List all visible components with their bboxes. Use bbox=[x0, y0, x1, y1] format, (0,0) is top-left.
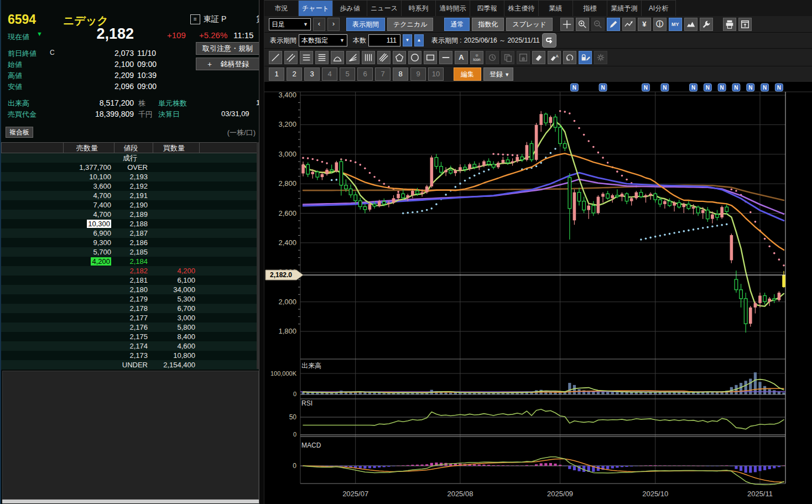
order-book-row[interactable]: 2,1786,700 bbox=[1, 304, 260, 313]
order-book-row[interactable]: 2,17310,800 bbox=[1, 351, 260, 360]
rectangle-icon[interactable] bbox=[424, 51, 437, 64]
chart-slot-1[interactable]: 1 bbox=[269, 67, 284, 81]
technical-button[interactable]: テクニカル bbox=[387, 18, 433, 31]
trend-line-icon[interactable] bbox=[269, 51, 282, 64]
chart-slot-2[interactable]: 2 bbox=[287, 67, 302, 81]
pentagon-icon[interactable] bbox=[393, 51, 406, 64]
order-book-row[interactable]: 2,1765,800 bbox=[1, 323, 260, 332]
chart-slot-4[interactable]: 4 bbox=[322, 67, 337, 81]
order-book-row[interactable]: 2,1795,300 bbox=[1, 294, 260, 304]
price-chart[interactable]: 1,8002,0002,2002,4002,6002,8003,0003,200… bbox=[264, 82, 812, 504]
stamp-icon[interactable]: ☺icon bbox=[470, 51, 483, 64]
tab-指標[interactable]: 指標 bbox=[573, 0, 607, 16]
tab-歩み値[interactable]: 歩み値 bbox=[333, 0, 367, 16]
spread-mode-button[interactable]: スプレッド bbox=[506, 18, 552, 31]
prev-button[interactable]: ‹ bbox=[313, 18, 325, 31]
order-book-row[interactable]: UNDER2,154,400 bbox=[1, 360, 260, 370]
drag-icon[interactable] bbox=[517, 51, 530, 64]
grid-lines-icon[interactable] bbox=[315, 51, 329, 64]
order-book-row[interactable]: 2,1824,200 bbox=[1, 266, 260, 276]
bar-count-input[interactable]: 111 bbox=[368, 34, 400, 46]
tab-市況[interactable]: 市況 bbox=[264, 0, 299, 16]
next-button[interactable]: › bbox=[327, 18, 340, 31]
order-book-row[interactable]: 2,1773,000 bbox=[1, 313, 260, 323]
tab-AI分析[interactable]: AI分析 bbox=[642, 0, 676, 16]
tab-業績[interactable]: 業績 bbox=[539, 0, 573, 16]
count-decrement-button[interactable]: ▼ bbox=[403, 34, 412, 46]
info-icon[interactable]: ⓘ bbox=[653, 18, 667, 31]
area-chart-icon[interactable] bbox=[684, 18, 698, 31]
chart-slot-6[interactable]: 6 bbox=[357, 67, 373, 81]
order-book-row[interactable]: 4,2002,184 bbox=[1, 257, 260, 266]
pencil-icon[interactable] bbox=[607, 18, 620, 31]
zoom-in-icon[interactable] bbox=[576, 18, 589, 31]
crosshair-icon[interactable] bbox=[560, 18, 574, 31]
chart-slot-3[interactable]: 3 bbox=[304, 67, 320, 81]
horizontal-lines-icon[interactable] bbox=[300, 51, 313, 64]
tab-チャート[interactable]: チャート bbox=[299, 0, 333, 16]
order-book-row[interactable]: 成行 bbox=[1, 153, 260, 163]
chart-slot-9[interactable]: 9 bbox=[410, 67, 426, 81]
pitchfork-icon[interactable] bbox=[377, 51, 391, 64]
order-book-row[interactable]: 4,7002,191 bbox=[1, 191, 260, 200]
order-book-row[interactable]: 7,4002,190 bbox=[1, 200, 260, 210]
order-book-row[interactable]: 1,377,700OVER bbox=[1, 163, 260, 172]
copy-icon[interactable] bbox=[501, 51, 514, 64]
composite-board-button[interactable]: 複合板 bbox=[6, 127, 33, 138]
chart-slot-7[interactable]: 7 bbox=[375, 67, 391, 81]
chart-area[interactable]: 1,8002,0002,2002,4002,6002,8003,0003,200… bbox=[264, 82, 812, 504]
eraser-text-icon[interactable]: A bbox=[548, 51, 561, 64]
order-book-row[interactable]: 6,9002,187 bbox=[1, 228, 260, 238]
order-book-row[interactable]: 10,1002,193 bbox=[1, 172, 260, 181]
order-book-row[interactable]: 4,7002,189 bbox=[1, 210, 260, 219]
order-book-row[interactable]: 2,1744,600 bbox=[1, 341, 260, 351]
period-select[interactable]: 日足▼ bbox=[269, 18, 311, 30]
fan-line-icon[interactable] bbox=[346, 51, 360, 64]
order-book-row[interactable]: 3,6002,192 bbox=[1, 181, 260, 191]
tab-業績予測[interactable]: 業績予測 bbox=[607, 0, 642, 16]
yen-icon[interactable]: ¥ bbox=[638, 18, 651, 31]
order-book-row[interactable]: 2,1758,400 bbox=[1, 332, 260, 341]
history-icon[interactable] bbox=[486, 51, 499, 64]
my-chart-icon[interactable]: MY bbox=[669, 18, 682, 31]
settings-gear-icon[interactable] bbox=[594, 51, 607, 64]
chart-slot-5[interactable]: 5 bbox=[340, 67, 355, 81]
edit-button[interactable]: 編集 bbox=[454, 67, 481, 81]
parallel-line-icon[interactable] bbox=[284, 51, 298, 64]
text-icon[interactable]: A bbox=[455, 51, 468, 64]
eraser-icon[interactable] bbox=[532, 51, 545, 64]
undo-icon[interactable] bbox=[563, 51, 576, 64]
chart-slot-8[interactable]: 8 bbox=[393, 67, 408, 81]
chart-slot-10[interactable]: 10 bbox=[428, 67, 444, 81]
order-book-row[interactable]: 10,3002,188 bbox=[1, 219, 260, 228]
count-increment-button[interactable]: ▲ bbox=[414, 34, 424, 46]
wrench-icon[interactable] bbox=[700, 18, 713, 31]
tab-時系列[interactable]: 時系列 bbox=[402, 0, 436, 16]
register-dropdown[interactable]: 登録 ▼ bbox=[483, 67, 513, 81]
order-book-row[interactable]: 9,3002,186 bbox=[1, 238, 260, 247]
panel-divider[interactable] bbox=[259, 0, 264, 504]
tab-株主優待[interactable]: 株主優待 bbox=[504, 0, 539, 16]
trade-caution-button[interactable]: 取引注意・規制 bbox=[196, 42, 259, 55]
display-period-button[interactable]: 表示期間 bbox=[346, 18, 385, 31]
printer-icon[interactable] bbox=[723, 18, 736, 31]
indexed-mode-button[interactable]: 指数化 bbox=[472, 18, 504, 31]
register-symbol-button[interactable]: ＋ 銘柄登録 bbox=[196, 58, 259, 70]
order-book-row[interactable]: 2,1816,100 bbox=[1, 276, 260, 285]
vertical-lines-icon[interactable] bbox=[362, 51, 375, 64]
lock-draw-icon[interactable] bbox=[579, 51, 592, 64]
tab-ニュース[interactable]: ニュース bbox=[367, 0, 402, 16]
period-mode-select[interactable]: 本数指定▼ bbox=[299, 34, 347, 46]
popup-window-icon[interactable] bbox=[738, 18, 752, 31]
reset-range-icon[interactable] bbox=[542, 33, 556, 48]
fib-arc-icon[interactable] bbox=[331, 51, 344, 64]
trendline-icon[interactable] bbox=[622, 18, 636, 31]
zoom-out-icon[interactable] bbox=[591, 18, 605, 31]
order-book-row[interactable]: 2,18034,000 bbox=[1, 285, 260, 294]
tab-四季報[interactable]: 四季報 bbox=[470, 0, 504, 16]
horizontal-scrollbar[interactable] bbox=[2, 500, 259, 503]
normal-mode-button[interactable]: 通常 bbox=[444, 18, 470, 31]
order-book-row[interactable]: 5,7002,185 bbox=[1, 247, 260, 257]
horizontal-line-icon[interactable] bbox=[439, 51, 452, 64]
tab-適時開示[interactable]: 適時開示 bbox=[436, 0, 470, 16]
